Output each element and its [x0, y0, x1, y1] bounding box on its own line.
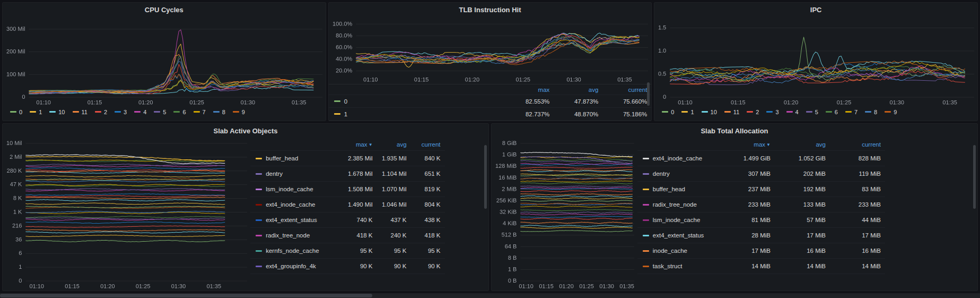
column-header-current[interactable]: current: [826, 141, 881, 148]
legend-table-row[interactable]: lsm_inode_cache81 MiB57 MiB44 MiB: [637, 212, 885, 228]
column-header-avg[interactable]: avg: [373, 141, 407, 148]
legend-item-3[interactable]: 3: [115, 109, 127, 115]
legend-table-row[interactable]: dentry1.678 Mil1.104 Mil651 K: [250, 166, 444, 182]
legend-table-row[interactable]: buffer_head2.385 Mil1.935 Mil840 K: [250, 151, 444, 166]
legend-table-row[interactable]: ext4_extent_status28 MiB17 MiB17 MiB: [637, 228, 885, 243]
panel-title[interactable]: Slab Active Objects: [214, 124, 278, 138]
vertical-scrollbar[interactable]: [647, 82, 650, 106]
cpu-cycles-legend: 01101123456789: [3, 107, 326, 121]
legend-table-row[interactable]: dentry307 MiB202 MiB119 MiB: [637, 166, 885, 182]
column-header-avg[interactable]: avg: [549, 87, 598, 93]
legend-table-row[interactable]: ext4_inode_cache1.490 Mil1.046 Mil804 K: [250, 197, 444, 212]
panel-body: max▼avgcurrentbuffer_head2.385 Mil1.935 …: [3, 138, 488, 291]
panel-header: TLB Instruction Hit: [329, 3, 652, 17]
legend-item-6[interactable]: 6: [173, 109, 186, 115]
panel-spacer: [445, 138, 488, 291]
panel-title[interactable]: TLB Instruction Hit: [459, 3, 521, 17]
vertical-scrollbar[interactable]: [973, 145, 976, 209]
series-name[interactable]: buffer_head: [653, 186, 685, 192]
legend-item-5[interactable]: 5: [806, 109, 818, 115]
slab-active-objects-chart[interactable]: [3, 138, 250, 291]
series-name[interactable]: radix_tree_node: [653, 201, 697, 208]
scrollbar-thumb[interactable]: [0, 294, 372, 297]
legend-table-row[interactable]: ext4_inode_cache1.499 GiB1.052 GiB828 Mi…: [637, 151, 885, 166]
column-header-current[interactable]: current: [407, 141, 441, 148]
legend-item-1[interactable]: 1: [30, 109, 42, 115]
series-name[interactable]: inode_cache: [653, 248, 687, 254]
series-name[interactable]: task_struct: [653, 263, 682, 269]
legend-item-6[interactable]: 6: [826, 109, 838, 115]
legend-table-row[interactable]: ext4_extent_status740 K437 K438 K: [250, 212, 444, 228]
legend-item-2[interactable]: 2: [95, 109, 107, 115]
series-name[interactable]: ext4_groupinfo_4k: [266, 263, 316, 269]
column-header-current[interactable]: current: [598, 87, 647, 93]
series-color-marker: [643, 266, 649, 267]
legend-item-0[interactable]: 0: [10, 109, 22, 115]
ipc-chart[interactable]: [654, 17, 977, 107]
series-color-marker: [115, 111, 121, 113]
legend-item-11[interactable]: 11: [724, 109, 739, 115]
legend-item-10[interactable]: 10: [49, 109, 65, 115]
legend-item-9[interactable]: 9: [885, 109, 897, 115]
legend-item-8[interactable]: 8: [865, 109, 877, 115]
column-header-max[interactable]: max: [501, 87, 549, 93]
legend-item-0[interactable]: 0: [662, 109, 674, 115]
stat-value: 14 MiB: [715, 263, 771, 269]
series-name[interactable]: dentry: [653, 171, 670, 177]
legend-table-row[interactable]: ext4_groupinfo_4k90 K90 K90 K: [250, 259, 444, 274]
stat-value: 740 K: [339, 217, 373, 223]
panel-title[interactable]: CPU Cycles: [145, 3, 183, 17]
tlb-legend-table: maxavgcurrent082.553%47.873%75.660%182.7…: [329, 84, 652, 121]
legend-item-10[interactable]: 10: [702, 109, 717, 115]
legend-table-row[interactable]: 182.737%48.870%75.186%: [329, 108, 652, 121]
column-header-max[interactable]: max▼: [339, 141, 373, 148]
legend-item-7[interactable]: 7: [194, 109, 206, 115]
legend-item-3[interactable]: 3: [766, 109, 778, 115]
series-name[interactable]: ext4_inode_cache: [266, 201, 315, 208]
vertical-scrollbar[interactable]: [484, 145, 487, 209]
legend-table-row[interactable]: task_struct14 MiB14 MiB14 MiB: [637, 259, 885, 274]
legend-table-row[interactable]: radix_tree_node233 MiB133 MiB233 MiB: [637, 197, 885, 212]
panel-title[interactable]: Slab Total Allocation: [701, 124, 768, 138]
legend-table-row[interactable]: buffer_head237 MiB192 MiB83 MiB: [637, 182, 885, 197]
series-name[interactable]: dentry: [266, 171, 283, 177]
series-name[interactable]: buffer_head: [266, 155, 298, 161]
cpu-cycles-chart[interactable]: [3, 17, 326, 107]
series-name[interactable]: ext4_extent_status: [266, 217, 317, 223]
sort-caret-icon: ▼: [766, 142, 771, 147]
legend-item-1[interactable]: 1: [681, 109, 694, 115]
legend-table-row[interactable]: radix_tree_node418 K240 K418 K: [250, 228, 444, 243]
series-name[interactable]: 1: [344, 111, 347, 117]
legend-item-4[interactable]: 4: [134, 109, 146, 115]
series-name[interactable]: 0: [344, 98, 347, 105]
legend-item-9[interactable]: 9: [233, 109, 245, 115]
legend-item-11[interactable]: 11: [73, 109, 88, 115]
series-name[interactable]: lsm_inode_cache: [266, 186, 313, 192]
horizontal-scrollbar[interactable]: [0, 293, 980, 298]
legend-item-2[interactable]: 2: [747, 109, 759, 115]
legend-item-8[interactable]: 8: [213, 109, 225, 115]
legend-table-row[interactable]: inode_cache17 MiB16 MiB16 MiB: [637, 243, 885, 259]
slab-total-allocation-chart[interactable]: [492, 138, 637, 291]
series-name[interactable]: lsm_inode_cache: [653, 217, 701, 223]
legend-table-row[interactable]: lsm_inode_cache1.508 Mil1.070 Mil819 K: [250, 182, 444, 197]
legend-item-4[interactable]: 4: [786, 109, 799, 115]
legend-table-row[interactable]: kernfs_node_cache95 K95 K95 K: [250, 243, 444, 259]
panel-title[interactable]: IPC: [810, 3, 822, 17]
legend-label: 5: [163, 109, 166, 115]
column-header-avg[interactable]: avg: [771, 141, 826, 148]
legend-label: 2: [104, 109, 107, 115]
legend-item-5[interactable]: 5: [154, 109, 166, 115]
series-name[interactable]: ext4_extent_status: [653, 232, 704, 239]
series-name[interactable]: kernfs_node_cache: [266, 248, 319, 254]
series-cell: 0: [334, 98, 501, 105]
series-name[interactable]: radix_tree_node: [266, 232, 310, 239]
series-color-marker: [256, 158, 262, 159]
tlb-instruction-hit-chart[interactable]: [329, 17, 652, 84]
series-color-marker: [154, 111, 160, 113]
legend-item-7[interactable]: 7: [845, 109, 858, 115]
series-name[interactable]: ext4_inode_cache: [653, 155, 702, 161]
column-header-max[interactable]: max▼: [715, 141, 771, 148]
legend-table-row[interactable]: 082.553%47.873%75.660%: [329, 95, 652, 108]
panel-body: 01101123456789: [3, 17, 326, 121]
